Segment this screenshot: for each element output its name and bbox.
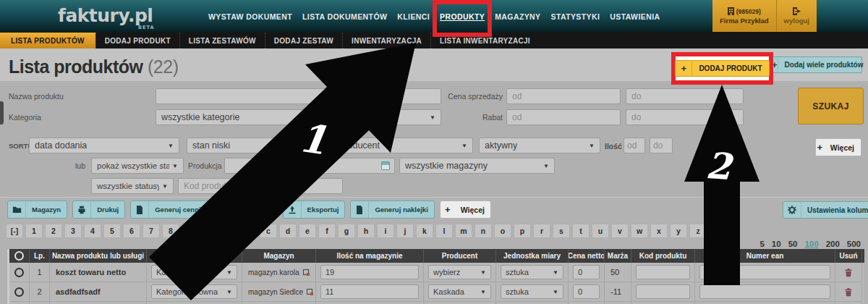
select-all-header[interactable]	[9, 249, 30, 263]
product-name[interactable]: asdfadfsadf	[50, 282, 147, 302]
sort-by-select[interactable]: data dodania▼	[29, 138, 179, 153]
generate-labels-button[interactable]: Generuj naklejki	[350, 200, 434, 219]
price-to-input[interactable]	[626, 88, 744, 104]
alphabet-index-item[interactable]: w	[631, 224, 648, 238]
page-size-option[interactable]: 50	[788, 240, 798, 248]
row-ean-input[interactable]	[699, 284, 830, 299]
add-product-button[interactable]: + DODAJ PRODUKT	[675, 60, 769, 77]
row-net-price-input[interactable]: 0	[573, 284, 600, 299]
page-size-option[interactable]: 200	[826, 240, 840, 248]
subnav-tab[interactable]: LISTA ZESTAWÓW	[179, 33, 265, 48]
stock-level-select[interactable]: stan niski▼	[187, 138, 326, 153]
column-header-ean[interactable]: Numer ean	[695, 249, 835, 263]
category-select[interactable]: wszystkie kategorie ▼	[156, 109, 441, 125]
alphabet-index-item[interactable]: x	[650, 224, 668, 238]
alphabet-index-item[interactable]: b	[240, 224, 258, 238]
alphabet-index-item[interactable]: 4	[84, 224, 101, 238]
row-unit-select[interactable]: sztuka▼	[501, 284, 563, 299]
alphabet-index-item[interactable]: g	[338, 224, 355, 238]
producer-select[interactable]: Producent▼	[333, 138, 473, 153]
alphabet-index-item[interactable]: a	[221, 224, 238, 238]
main-menu-item[interactable]: PRODUKTY	[440, 12, 485, 21]
subnav-tab[interactable]: LISTA INWENTARYZACJI	[430, 33, 539, 48]
statuses-select[interactable]: wszystkie statusy▼	[91, 178, 174, 194]
main-menu-item[interactable]: MAGAZYNY	[495, 12, 540, 21]
alphabet-index-item[interactable]: v	[611, 224, 629, 238]
row-net-price-input[interactable]: 0	[573, 265, 600, 279]
warehouse-transfer-icon[interactable]	[303, 269, 310, 276]
column-header-margin[interactable]: Marża	[605, 249, 631, 263]
alphabet-index-item[interactable]: o	[494, 224, 511, 238]
row-producer-select[interactable]: wybierz▼	[428, 265, 491, 279]
page-size-option[interactable]: 500	[847, 240, 861, 248]
alphabet-index-item[interactable]: e	[299, 224, 316, 238]
alphabet-index-item[interactable]: d	[279, 224, 297, 238]
subnav-tab[interactable]: DODAJ ZESTAW	[265, 33, 342, 48]
generate-pricelist-button[interactable]: Generuj cennik	[130, 200, 211, 219]
page-size-option[interactable]: 5	[760, 240, 764, 248]
row-select-radio[interactable]	[9, 282, 30, 302]
price-from-input[interactable]	[506, 88, 621, 104]
column-header-unit[interactable]: Jednostka miary	[496, 249, 569, 263]
alphabet-index-item[interactable]: 5	[103, 224, 121, 238]
alphabet-index-item[interactable]: 2	[45, 224, 62, 238]
row-product-code-input[interactable]	[636, 265, 690, 279]
alphabet-index-item[interactable]: h	[357, 224, 375, 238]
quantity-from-input[interactable]	[624, 138, 645, 153]
alphabet-index-item[interactable]: t	[572, 224, 590, 238]
alphabet-index-item[interactable]: p	[514, 224, 531, 238]
product-name[interactable]: koszt towaru netto	[50, 263, 147, 282]
alphabet-index-item[interactable]: 9	[182, 224, 199, 238]
subnav-tab[interactable]: DODAJ PRODUKT	[95, 33, 179, 48]
alphabet-index-item[interactable]: s	[553, 224, 570, 238]
main-menu-item[interactable]: STATYSTYKI	[551, 12, 600, 21]
production-date-from-input[interactable]	[224, 158, 299, 174]
alphabet-index-item[interactable]: i	[377, 224, 394, 238]
alphabet-index-item[interactable]: z	[689, 224, 707, 238]
row-producer-select[interactable]: Kaskada▼	[428, 284, 491, 299]
subnav-tab[interactable]: LISTA PRODUKTÓW	[0, 33, 95, 48]
column-header-name[interactable]: Nazwa produktu lub usługi	[50, 249, 147, 263]
alphabet-index-item[interactable]: y	[670, 224, 687, 238]
main-menu-item[interactable]: WYSTAW DOKUMENT	[208, 12, 292, 21]
alphabet-index-item[interactable]: 8	[162, 224, 179, 238]
production-date-to-input[interactable]	[303, 158, 395, 174]
more-actions-button[interactable]: + Więcej	[440, 200, 491, 219]
warehouses-select[interactable]: wszystkie magazyny▼	[399, 158, 555, 174]
alphabet-index-item[interactable]: m	[455, 224, 472, 238]
main-menu-item[interactable]: KLIENCI	[397, 12, 430, 21]
alphabet-index-item[interactable]: 3	[64, 224, 82, 238]
alphabet-index-item[interactable]: l	[435, 224, 453, 238]
alphabet-index-item[interactable]: 0	[201, 224, 218, 238]
page-size-option[interactable]: 100	[804, 240, 818, 248]
account-button[interactable]: (985029) Firma Przykład	[712, 0, 776, 32]
alphabet-index-item[interactable]: c	[260, 224, 277, 238]
column-header-net-price[interactable]: Cena netto	[569, 249, 605, 263]
calendar-icon[interactable]	[285, 161, 294, 170]
column-settings-button[interactable]: Ustawienia kolumn	[783, 201, 868, 219]
main-menu-item[interactable]: LISTA DOKUMENTÓW	[302, 12, 387, 21]
alphabet-index-item[interactable]: r	[533, 224, 550, 238]
reserve-button[interactable]: Rezerwuj	[216, 200, 278, 219]
discount-from-input[interactable]	[506, 109, 621, 125]
alphabet-index-item[interactable]: [-]	[6, 224, 23, 238]
alphabet-index-item[interactable]: f	[318, 224, 336, 238]
alphabet-index-item[interactable]: 6	[123, 224, 140, 238]
product-code-input[interactable]	[178, 178, 267, 194]
row-product-code-input[interactable]	[636, 284, 690, 299]
row-unit-select[interactable]: sztuka▼	[501, 265, 563, 279]
app-logo[interactable]: faktury.plBETA	[58, 5, 153, 26]
alphabet-index-item[interactable]: k	[416, 224, 433, 238]
logout-button[interactable]: wyloguj	[776, 0, 817, 32]
alphabet-index-item[interactable]: 7	[142, 224, 160, 238]
product-name-input[interactable]	[156, 88, 441, 104]
row-category-select[interactable]: Kategoria główna▼	[151, 265, 237, 279]
column-header-category[interactable]: Kategoria	[147, 249, 242, 263]
row-category-select[interactable]: Kategoria główna▼	[151, 284, 237, 299]
discount-to-input[interactable]	[626, 109, 744, 125]
column-header-quantity[interactable]: Ilość na magazynie	[316, 249, 424, 263]
show-all-states-select[interactable]: pokaż wszystkie stany▼	[91, 158, 184, 174]
row-ean-input[interactable]	[699, 265, 830, 279]
column-header-lp[interactable]: Lp.	[30, 249, 50, 263]
calendar-icon[interactable]	[381, 161, 390, 170]
